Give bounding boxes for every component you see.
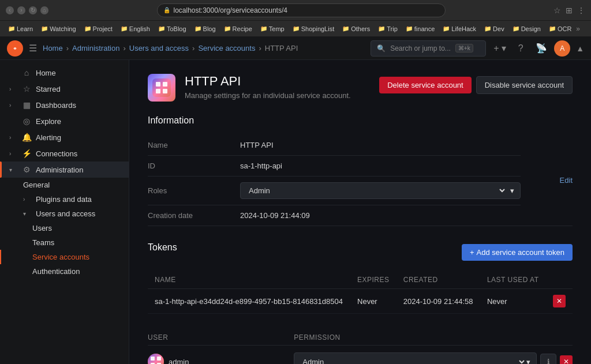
bookmark-label: LifeHack (451, 25, 476, 32)
tokens-table-header-row: Name Expires Created Last used at (148, 271, 573, 289)
starred-icon: ☆ (22, 84, 31, 93)
bookmark-trip[interactable]: 📁 Trip (375, 24, 401, 33)
permissions-header: User Permission (148, 330, 573, 346)
sidebar-explore-label: Explore (36, 117, 61, 126)
bookmark-project[interactable]: 📁 Project (81, 24, 116, 33)
bookmark-english[interactable]: 📁 English (117, 24, 154, 33)
bookmark-others[interactable]: 📁 Others (339, 24, 373, 33)
star-button[interactable]: ☆ (553, 6, 561, 15)
expand-icon: › (23, 196, 29, 202)
search-shortcut: ⌘+k (455, 44, 473, 52)
help-icon[interactable]: ? (513, 40, 529, 57)
sidebar-item-home[interactable]: ⌂ Home (0, 65, 129, 81)
sidebar-item-service-accounts[interactable]: Service accounts (0, 250, 129, 264)
bookmark-temp[interactable]: 📁 Temp (257, 24, 288, 33)
bookmark-learn[interactable]: 📁 Learn (5, 24, 36, 33)
app-logo (7, 40, 23, 57)
sidebar-item-users-access[interactable]: ▾ Users and access (0, 207, 129, 221)
home-button[interactable]: ⌂ (40, 6, 48, 14)
bookmark-watching[interactable]: 📁 Watching (38, 24, 79, 33)
browser-url-bar[interactable]: 🔒 localhost:3000/org/serviceaccounts/4 (157, 3, 446, 17)
bookmarks-bar: 📁 Learn 📁 Watching 📁 Project 📁 English 📁… (0, 21, 591, 37)
user-avatar[interactable]: A (554, 40, 570, 57)
notifications-icon[interactable]: 📡 (533, 40, 549, 57)
content-area: HTTP API Manage settings for an individu… (129, 60, 591, 364)
tokens-title: Tokens (148, 242, 177, 253)
add-token-label: Add service account token (477, 248, 564, 257)
bookmark-folder-icon: 📁 (194, 25, 201, 32)
disable-service-account-button[interactable]: Disable service account (476, 76, 573, 94)
breadcrumb-service-accounts[interactable]: Service accounts (198, 44, 255, 52)
breadcrumb-sep-4: › (259, 44, 261, 52)
svg-rect-3 (163, 82, 167, 87)
breadcrumb-administration[interactable]: Administration (72, 44, 119, 52)
sidebar-item-authentication[interactable]: Authentication (0, 264, 129, 279)
back-button[interactable]: ‹ (6, 6, 14, 14)
expand-icon: › (9, 134, 15, 141)
bookmark-toblog[interactable]: 📁 ToBlog (155, 24, 190, 33)
svg-rect-7 (151, 357, 155, 361)
extensions-button[interactable]: ⊞ (566, 6, 573, 15)
bookmark-ocr[interactable]: 📁 OCR (545, 24, 575, 33)
token-expires: Never (350, 289, 397, 314)
roles-select-box[interactable]: Admin Editor Viewer ▾ (240, 182, 521, 199)
bookmark-label: ShopingList (301, 25, 335, 32)
bookmark-recipe[interactable]: 📁 Recipe (220, 24, 256, 33)
svg-rect-1 (152, 78, 171, 97)
more-bookmarks[interactable]: » (576, 25, 580, 33)
token-delete-button[interactable]: ✕ (553, 295, 566, 307)
bookmark-shopinglist[interactable]: 📁 ShopingList (289, 24, 338, 33)
sidebar-item-general[interactable]: General (0, 178, 129, 192)
col-actions (546, 271, 573, 289)
roles-select[interactable]: Admin Editor Viewer (246, 186, 507, 196)
sidebar-item-dashboards[interactable]: › ▦ Dashboards (0, 97, 129, 113)
perm-select[interactable]: Admin Editor Viewer (300, 357, 526, 365)
bookmark-folder-icon: 📁 (224, 25, 231, 32)
permission-info-button[interactable]: ℹ (540, 354, 556, 364)
search-bar[interactable]: 🔍 Search or jump to... ⌘+k (371, 40, 486, 57)
svg-rect-6 (148, 354, 164, 364)
sidebar-item-teams[interactable]: Teams (0, 235, 129, 250)
add-button[interactable]: + ▾ (492, 40, 508, 57)
hamburger-menu-button[interactable]: ☰ (29, 43, 37, 54)
menu-button[interactable]: ⋮ (577, 6, 585, 15)
bookmark-label: ToBlog (167, 25, 186, 32)
bookmark-label: Watching (50, 25, 76, 32)
collapse-nav-button[interactable]: ▲ (576, 44, 584, 53)
edit-button[interactable]: Edit (560, 176, 573, 185)
sidebar-general-label: General (23, 181, 50, 189)
perm-select-box[interactable]: Admin Editor Viewer ▾ (294, 352, 537, 364)
sidebar-item-explore[interactable]: ◎ Explore (0, 113, 129, 129)
sidebar-item-administration[interactable]: ▾ ⚙ Administration (0, 162, 129, 178)
forward-button[interactable]: › (17, 6, 25, 14)
breadcrumb-users-access[interactable]: Users and access (129, 44, 189, 52)
sidebar-alerting-label: Alerting (36, 133, 61, 142)
top-navbar: ☰ Home › Administration › Users and acce… (0, 37, 591, 60)
sidebar-item-users[interactable]: Users (0, 221, 129, 235)
delete-service-account-button[interactable]: Delete service account (379, 77, 472, 93)
bookmark-label: Project (93, 25, 113, 32)
sidebar-item-alerting[interactable]: › 🔔 Alerting (0, 129, 129, 145)
sidebar-item-connections[interactable]: › ⚡ Connections (0, 145, 129, 162)
search-placeholder: Search or jump to... (390, 44, 451, 52)
svg-rect-5 (163, 89, 167, 93)
bookmark-design[interactable]: 📁 Design (509, 24, 544, 33)
breadcrumb-current: HTTP API (265, 44, 298, 52)
refresh-button[interactable]: ↻ (29, 6, 37, 14)
bookmark-lifehack[interactable]: 📁 LifeHack (439, 24, 480, 33)
add-service-account-token-button[interactable]: + Add service account token (462, 244, 573, 261)
bookmark-folder-icon: 📁 (293, 25, 300, 32)
tokens-header: Tokens + Add service account token (148, 242, 573, 262)
sidebar-item-starred[interactable]: › ☆ Starred (0, 81, 129, 97)
bookmark-finance[interactable]: 📁 finance (402, 24, 438, 33)
bookmark-dev[interactable]: 📁 Dev (481, 24, 508, 33)
add-icon: + (470, 248, 474, 257)
bookmark-folder-icon: 📁 (8, 25, 15, 32)
content-inner: HTTP API Manage settings for an individu… (129, 60, 591, 364)
permissions-user-header: User (148, 333, 287, 342)
breadcrumb-home[interactable]: Home (43, 44, 63, 52)
sidebar-item-plugins[interactable]: › Plugins and data (0, 192, 129, 207)
bookmark-blog[interactable]: 📁 Blog (191, 24, 219, 33)
chevron-down-icon: ▾ (526, 358, 530, 365)
permission-delete-button[interactable]: ✕ (560, 355, 573, 364)
